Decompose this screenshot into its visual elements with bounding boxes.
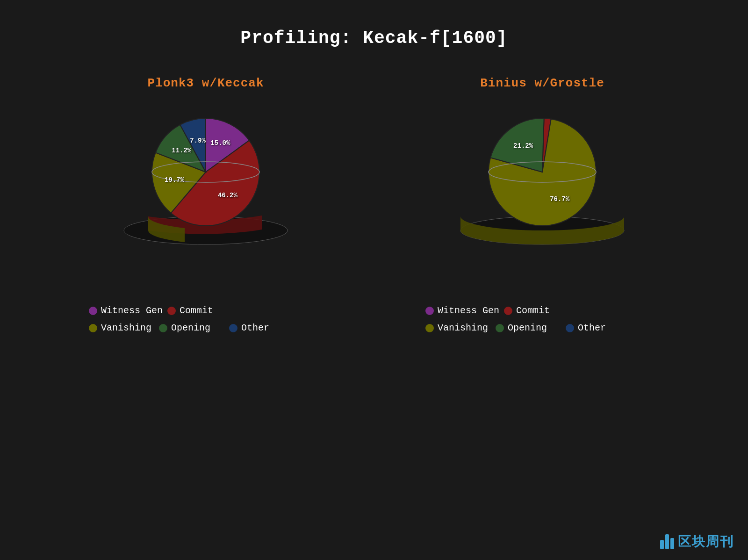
svg-text:7.9%: 7.9% <box>190 137 206 144</box>
commit-dot2 <box>504 307 512 315</box>
charts-container: Plonk3 w/Keccak 15.0%46.2%19.7%11.2%7.9%… <box>0 76 748 249</box>
opening-dot1 <box>159 324 167 332</box>
chart2-section: Binius w/Grostle 76.7%21.2% <box>402 76 683 249</box>
chart2-legend: Witness Gen Commit Vanishing Opening Oth… <box>425 305 659 340</box>
watermark-label: 区块周刊 <box>678 533 734 551</box>
watermark: 区块周刊 <box>660 533 734 551</box>
legend2-row1: Witness Gen Commit <box>425 305 659 316</box>
svg-text:11.2%: 11.2% <box>172 147 192 154</box>
watermark-bar3 <box>670 538 674 549</box>
chart1-section: Plonk3 w/Keccak 15.0%46.2%19.7%11.2%7.9% <box>65 76 346 249</box>
witness-gen-dot2 <box>425 307 434 315</box>
vanishing-dot1 <box>89 324 97 332</box>
other-dot1 <box>229 324 237 332</box>
legend1-commit: Commit <box>167 305 233 316</box>
legend2-opening: Opening <box>496 323 561 333</box>
chart2-title: Binius w/Grostle <box>480 76 604 90</box>
legend1-row1: Witness Gen Commit <box>89 305 323 316</box>
legend1-row2: Vanishing Opening Other <box>89 323 323 333</box>
svg-text:46.2%: 46.2% <box>218 192 238 199</box>
chart1-title: Plonk3 w/Keccak <box>147 76 264 90</box>
other-label2: Other <box>578 323 606 333</box>
other-dot2 <box>566 324 574 332</box>
svg-text:21.2%: 21.2% <box>513 142 533 150</box>
witness-gen-dot1 <box>89 307 97 315</box>
svg-text:76.7%: 76.7% <box>550 195 570 203</box>
chart2-pie-container: 76.7%21.2% <box>453 109 631 249</box>
legends-container: Witness Gen Commit Vanishing Opening Oth… <box>0 305 748 340</box>
watermark-bar1 <box>660 540 664 549</box>
svg-text:19.7%: 19.7% <box>165 176 185 184</box>
legend1-opening: Opening <box>159 323 224 333</box>
legend1-other: Other <box>229 323 295 333</box>
commit-dot1 <box>167 307 176 315</box>
witness-gen-label1: Witness Gen <box>101 305 163 316</box>
svg-text:15.0%: 15.0% <box>210 139 230 147</box>
other-label1: Other <box>241 323 269 333</box>
vanishing-label2: Vanishing <box>438 323 488 333</box>
legend2-vanishing: Vanishing <box>425 323 491 333</box>
opening-label1: Opening <box>171 323 210 333</box>
witness-gen-label2: Witness Gen <box>438 305 499 316</box>
chart1-pie-container: 15.0%46.2%19.7%11.2%7.9% <box>117 109 295 249</box>
opening-dot2 <box>496 324 504 332</box>
legend2-commit: Commit <box>504 305 569 316</box>
legend2-other: Other <box>566 323 631 333</box>
legend2-witness-gen: Witness Gen <box>425 305 499 316</box>
vanishing-dot2 <box>425 324 434 332</box>
page-title: Profiling: Kecak-f[1600] <box>0 0 748 48</box>
chart1-legend: Witness Gen Commit Vanishing Opening Oth… <box>89 305 323 340</box>
legend1-vanishing: Vanishing <box>89 323 154 333</box>
commit-label2: Commit <box>516 305 550 316</box>
legend1-witness-gen: Witness Gen <box>89 305 163 316</box>
opening-label2: Opening <box>508 323 547 333</box>
vanishing-label1: Vanishing <box>101 323 151 333</box>
commit-label1: Commit <box>180 305 213 316</box>
watermark-logo <box>660 534 674 549</box>
legend2-row2: Vanishing Opening Other <box>425 323 659 333</box>
watermark-bar2 <box>665 534 669 549</box>
